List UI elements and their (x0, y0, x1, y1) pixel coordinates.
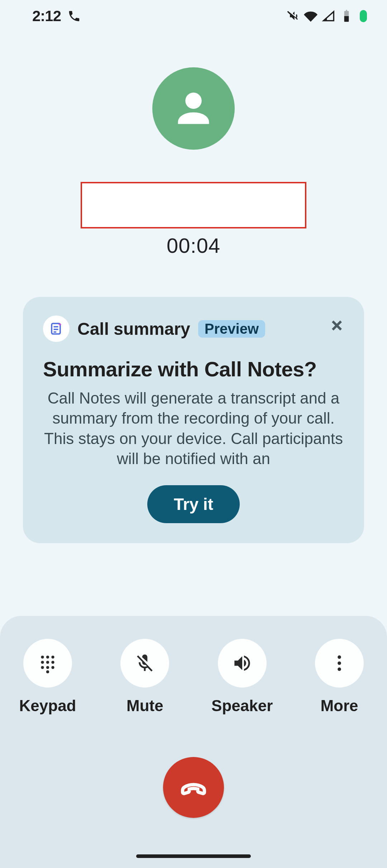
mic-off-icon (134, 653, 155, 674)
mute-button[interactable] (120, 639, 169, 688)
more-control: More (312, 639, 366, 715)
hangup-icon (178, 772, 209, 803)
svg-point-15 (51, 666, 54, 669)
card-body-text: Call Notes will generate a transcript an… (43, 388, 344, 469)
keypad-control: Keypad (21, 639, 75, 715)
svg-point-12 (51, 661, 54, 664)
status-right (286, 9, 367, 23)
svg-point-8 (46, 656, 49, 659)
more-vert-icon (329, 653, 350, 674)
hangup-wrap (17, 757, 370, 818)
battery-icon (340, 9, 353, 23)
keypad-icon (37, 653, 58, 674)
vibrate-mute-icon (286, 9, 300, 23)
try-it-button[interactable]: Try it (147, 485, 240, 523)
svg-point-17 (338, 655, 341, 659)
mute-control: Mute (118, 639, 172, 715)
close-icon (330, 318, 344, 333)
call-controls-row: Keypad Mute Speaker (17, 639, 370, 715)
svg-point-7 (41, 656, 44, 659)
svg-point-16 (46, 670, 49, 673)
status-bar: 2:12 (0, 0, 387, 32)
keypad-label: Keypad (19, 697, 76, 715)
call-summary-icon (43, 315, 70, 342)
contact-name-redacted (81, 182, 306, 228)
close-card-button[interactable] (328, 317, 345, 334)
person-icon (170, 85, 217, 132)
svg-point-14 (46, 666, 49, 669)
mute-label: Mute (126, 697, 163, 715)
more-label: More (320, 697, 358, 715)
svg-point-10 (41, 661, 44, 664)
more-button[interactable] (315, 639, 364, 688)
svg-point-19 (338, 667, 341, 671)
hangup-button[interactable] (163, 757, 224, 818)
phone-icon (67, 9, 81, 23)
svg-point-13 (41, 666, 44, 669)
call-controls-panel: Keypad Mute Speaker (0, 616, 387, 868)
contact-avatar-wrap (0, 67, 387, 150)
wifi-icon (304, 9, 317, 23)
status-time: 2:12 (32, 8, 61, 25)
keypad-button[interactable] (23, 639, 72, 688)
status-left: 2:12 (32, 8, 81, 25)
svg-point-18 (338, 661, 341, 665)
battery-dot-icon (360, 10, 367, 22)
cellular-signal-icon (322, 9, 335, 23)
card-chip-title: Call summary (77, 319, 190, 339)
navigation-bar-handle[interactable] (136, 854, 251, 858)
svg-point-0 (185, 93, 202, 109)
card-heading: Summarize with Call Notes? (43, 357, 344, 381)
svg-point-11 (46, 661, 49, 664)
speaker-label: Speaker (211, 697, 273, 715)
call-summary-card: Call summary Preview Summarize with Call… (23, 297, 364, 543)
speaker-button[interactable] (218, 639, 267, 688)
speaker-control: Speaker (215, 639, 269, 715)
svg-point-9 (51, 656, 54, 659)
preview-badge: Preview (198, 320, 265, 338)
call-duration: 00:04 (0, 233, 387, 257)
contact-avatar (152, 67, 235, 150)
card-header: Call summary Preview (43, 315, 344, 342)
speaker-icon (232, 653, 253, 674)
